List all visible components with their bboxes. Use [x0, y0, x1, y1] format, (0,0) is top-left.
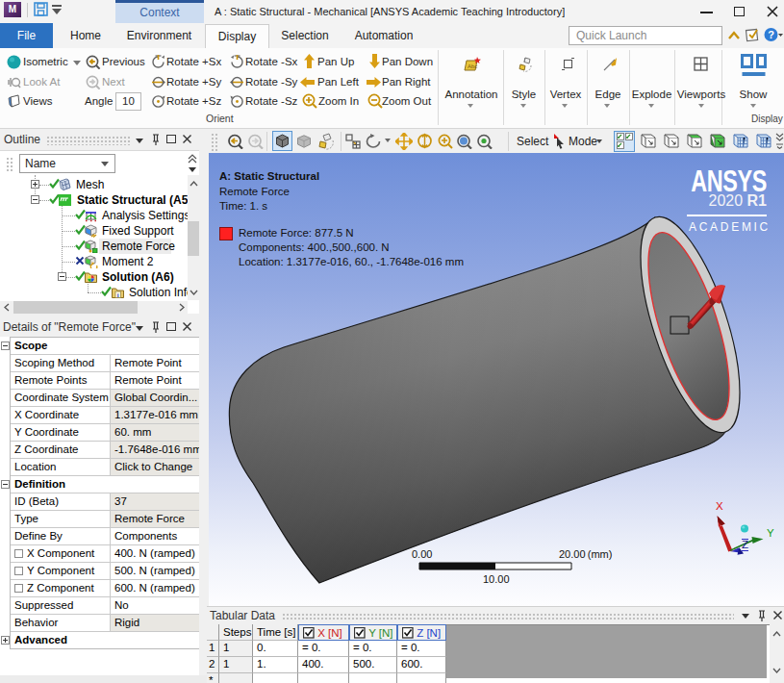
svg-text:i: i	[117, 291, 119, 298]
svg-text:Abc: Abc	[468, 63, 477, 69]
svg-text:?: ?	[768, 29, 774, 40]
